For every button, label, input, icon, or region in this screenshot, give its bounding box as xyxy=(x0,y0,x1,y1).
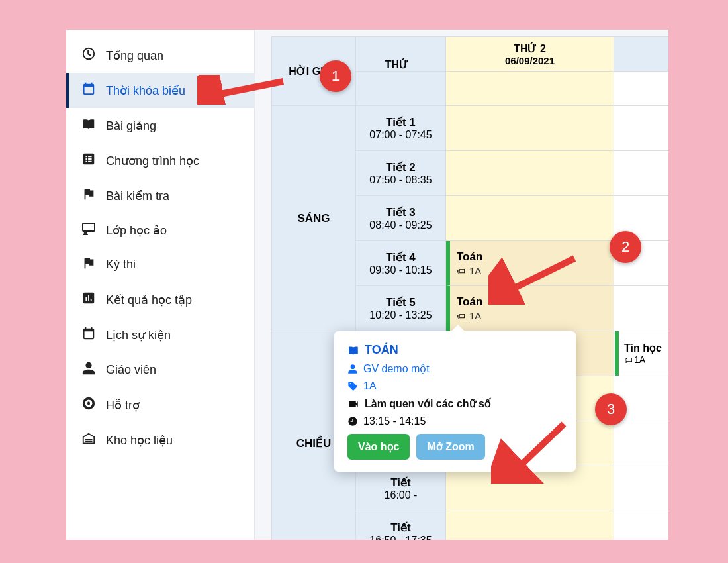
popover-room[interactable]: 1A xyxy=(347,380,563,392)
period-label: Tiết 16:50 - 17:35 xyxy=(356,511,446,540)
sidebar-label: Kho học liệu xyxy=(106,433,173,448)
slot-empty xyxy=(614,106,668,151)
slot-empty[interactable] xyxy=(446,511,614,540)
chart-icon xyxy=(81,291,97,309)
sidebar-item-tests[interactable]: Bài kiểm tra xyxy=(66,178,255,213)
tag-icon xyxy=(457,310,467,321)
extra-header xyxy=(614,37,668,72)
callout-3: 3 xyxy=(595,393,627,425)
svg-line-3 xyxy=(505,258,574,293)
book-icon xyxy=(347,344,359,356)
sidebar-item-support[interactable]: Hỗ trợ xyxy=(66,387,255,423)
sidebar-label: Giáo viên xyxy=(106,363,156,377)
open-zoom-button[interactable]: Mở Zoom xyxy=(416,434,484,460)
sidebar-label: Kết quả học tập xyxy=(106,293,192,307)
sidebar-label: Kỳ thi xyxy=(106,258,136,272)
slot-empty[interactable] xyxy=(446,196,614,241)
person-icon xyxy=(81,361,97,379)
svg-line-4 xyxy=(514,424,564,472)
svg-line-2 xyxy=(210,81,283,96)
period-label: Tiết 2 07:50 - 08:35 xyxy=(356,151,446,196)
arrow-icon xyxy=(197,75,290,105)
period-label: Tiết 3 08:40 - 09:25 xyxy=(356,196,446,241)
arrow-icon xyxy=(488,252,581,305)
slot-empty[interactable] xyxy=(446,151,614,196)
flag-icon xyxy=(81,256,97,274)
slot-empty xyxy=(614,151,668,196)
clock-icon xyxy=(347,416,358,427)
video-icon xyxy=(347,399,359,409)
class-slot-tinhoc: Tin học 1A xyxy=(615,331,668,376)
list-icon xyxy=(81,152,97,170)
support-icon xyxy=(81,396,97,414)
sidebar-item-results[interactable]: Kết quả học tập xyxy=(66,282,255,317)
sidebar-label: Hỗ trợ xyxy=(106,398,140,413)
tag-icon xyxy=(457,265,467,276)
empty-header xyxy=(356,72,446,106)
sidebar-item-virtual-class[interactable]: Lớp học ảo xyxy=(66,213,255,247)
sidebar-item-exams[interactable]: Kỳ thi xyxy=(66,247,255,282)
popover-subject: TOÁN xyxy=(347,343,563,357)
book-icon xyxy=(81,117,97,134)
arrow-icon xyxy=(491,417,570,484)
sidebar-item-teachers[interactable]: Giáo viên xyxy=(66,352,255,387)
sidebar-label: Bài giảng xyxy=(106,119,156,133)
slot-tinhoc[interactable]: Tin học 1A xyxy=(614,331,668,376)
day-generic-header: THỨ xyxy=(356,37,446,72)
empty-cell xyxy=(446,72,614,106)
svg-rect-0 xyxy=(83,223,95,231)
sidebar-label: Bài kiểm tra xyxy=(106,189,169,203)
slot-empty xyxy=(614,421,668,466)
flag-icon xyxy=(81,187,97,205)
calendar-icon xyxy=(81,326,97,344)
day-header: THỨ 2 06/09/2021 xyxy=(446,37,614,72)
slot-empty xyxy=(614,286,668,331)
callout-2: 2 xyxy=(610,231,641,263)
slot-empty[interactable] xyxy=(446,106,614,151)
sidebar-label: Tổng quan xyxy=(106,48,163,63)
popover-lesson: Làm quen với các chữ số xyxy=(347,397,563,410)
sidebar-item-lectures[interactable]: Bài giảng xyxy=(66,108,255,143)
period-label: Tiết 1 07:00 - 07:45 xyxy=(356,106,446,151)
enter-class-button[interactable]: Vào học xyxy=(347,434,410,460)
session-morning: SÁNG xyxy=(272,106,356,331)
calendar-icon xyxy=(81,81,97,99)
storage-icon xyxy=(81,431,97,449)
slot-empty xyxy=(614,466,668,511)
tag-icon xyxy=(347,381,358,391)
sidebar-item-curriculum[interactable]: Chương trình học xyxy=(66,143,255,178)
user-icon xyxy=(347,364,358,374)
sidebar-item-library[interactable]: Kho học liệu xyxy=(66,423,255,458)
popover-teacher[interactable]: GV demo một xyxy=(347,362,563,375)
empty-cell xyxy=(614,72,668,106)
sidebar-label: Thời khóa biểu xyxy=(106,83,185,98)
callout-1: 1 xyxy=(320,60,351,92)
tag-icon xyxy=(624,354,634,365)
sidebar-item-overview[interactable]: Tổng quan xyxy=(66,38,255,73)
sidebar-label: Lớp học ảo xyxy=(106,223,167,238)
slot-empty xyxy=(614,511,668,540)
sidebar-label: Chương trình học xyxy=(106,154,199,168)
sidebar-item-events[interactable]: Lịch sự kiện xyxy=(66,317,255,352)
sidebar-label: Lịch sự kiện xyxy=(106,328,171,342)
virtual-class-icon xyxy=(81,222,97,238)
sidebar: Tổng quan Thời khóa biểu Bài giảng Chươn… xyxy=(66,30,255,540)
dashboard-icon xyxy=(81,46,97,64)
period-label: Tiết 4 09:30 - 10:15 xyxy=(356,241,446,286)
period-label: Tiết 16:00 - xyxy=(356,466,446,511)
period-label: Tiết 5 10:20 - 13:25 xyxy=(356,286,446,331)
